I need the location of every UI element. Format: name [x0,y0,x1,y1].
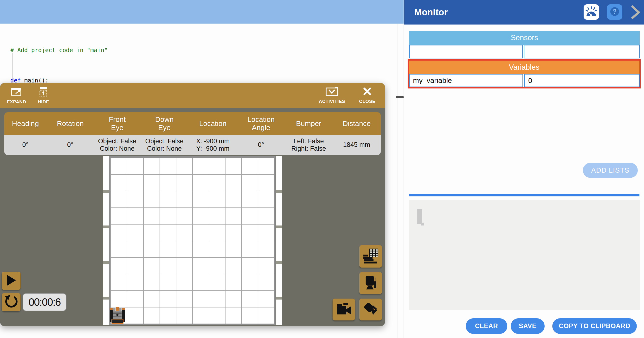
field-wall-left [103,156,109,325]
console-divider [409,194,640,196]
panel-splitter-handle[interactable] [396,96,404,98]
svg-text:?: ? [613,8,617,15]
camera-view-button[interactable] [332,299,355,321]
column-header-distance: Distance [332,112,381,135]
gauge-icon [586,6,597,18]
reset-icon [4,295,18,310]
cell-location: X: -900 mm Y: -900 mm [188,135,237,155]
cell-down-eye: Object: False Color: None [140,135,188,155]
console-caret [417,209,422,224]
activities-icon [326,86,338,98]
console-output[interactable] [409,200,640,310]
activities-button[interactable]: ACTIVITIES [319,86,345,104]
simulation-timer: 00:00:6 [22,293,66,311]
playfield-grid [109,156,276,325]
help-button[interactable]: ? [607,4,622,20]
indent-guide [12,53,12,84]
column-header-down-eye: Down Eye [140,112,188,135]
cell-location-angle: 0° [237,135,285,155]
monitor-tab-button[interactable] [584,4,599,20]
robot-view-button[interactable] [359,272,382,294]
cell-front-eye: Object: False Color: None [94,135,140,155]
reset-button[interactable] [2,293,20,311]
add-lists-button[interactable]: ADD LISTS [583,163,638,178]
sensors-empty-cell-name [409,45,523,58]
hide-label: HIDE [38,99,49,105]
cell-rotation: 0° [46,135,94,155]
sensors-section-header: Sensors [409,31,640,45]
chevron-right-icon [630,5,641,20]
sensor-table-header: Heading Rotation Front Eye Down Eye Loca… [4,112,381,135]
hide-icon [38,86,49,98]
code-comment: # Add project code in "main" [10,47,108,54]
cell-distance: 1845 mm [332,135,381,155]
clear-button[interactable]: CLEAR [466,318,507,334]
expand-label: EXPAND [7,99,26,105]
column-header-location: Location [188,112,237,135]
sensor-data-table: Heading Rotation Front Eye Down Eye Loca… [4,112,381,155]
expand-icon [11,86,22,98]
camera-tilt-view-button[interactable] [359,299,382,321]
close-button[interactable]: CLOSE [359,86,376,104]
variables-section-header: Variables [409,61,640,74]
variable-value-cell: 0 [524,74,640,87]
dashboard-titlebar-left: EXPAND HIDE [7,86,49,105]
column-header-rotation: Rotation [46,112,94,135]
monitor-title: Monitor [414,7,448,17]
expand-button[interactable]: EXPAND [7,86,26,105]
screen: # Add project code in "main" def main():… [0,0,644,338]
activities-label: ACTIVITIES [319,99,345,104]
dashboard-window: EXPAND HIDE ACTIVITIES [0,83,385,326]
dashboard-data-button[interactable] [359,245,382,268]
sensor-table-row: 0° 0° Object: False Color: None Object: … [4,135,381,155]
column-header-bumper: Bumper [285,112,332,135]
play-icon [5,274,17,288]
hide-button[interactable]: HIDE [38,86,49,105]
play-button[interactable] [2,272,20,290]
close-icon [362,86,372,98]
camera-tilt-icon [363,302,378,318]
column-header-front-eye: Front Eye [94,112,140,135]
question-icon: ? [609,6,620,18]
close-label: CLOSE [359,99,376,104]
variable-row: my_variable 0 [409,74,640,87]
editor-toolbar-strip [0,0,404,24]
panel-splitter[interactable] [398,24,398,338]
collapse-panel-button[interactable] [630,5,641,20]
field-wall-right [276,156,282,325]
dashboard-titlebar: EXPAND HIDE ACTIVITIES [0,83,385,108]
monitor-stand-icon [363,275,378,291]
code-editor[interactable]: # Add project code in "main" def main():… [0,24,398,86]
cell-heading: 0° [4,135,46,155]
sensors-empty-cell-value [524,45,640,58]
robot [110,307,125,325]
variable-name-cell: my_variable [409,74,523,87]
column-header-heading: Heading [4,112,46,135]
copy-to-clipboard-button[interactable]: COPY TO CLIPBOARD [552,318,637,334]
save-button[interactable]: SAVE [511,318,544,334]
table-bars-icon [363,249,378,265]
monitor-panel-border [404,24,404,338]
variables-section-highlight: Variables my_variable 0 [408,59,641,88]
dashboard-titlebar-right: ACTIVITIES CLOSE [319,86,376,104]
cell-bumper: Left: False Right: False [285,135,332,155]
camera-icon [336,303,352,317]
column-header-location-angle: Location Angle [237,112,285,135]
